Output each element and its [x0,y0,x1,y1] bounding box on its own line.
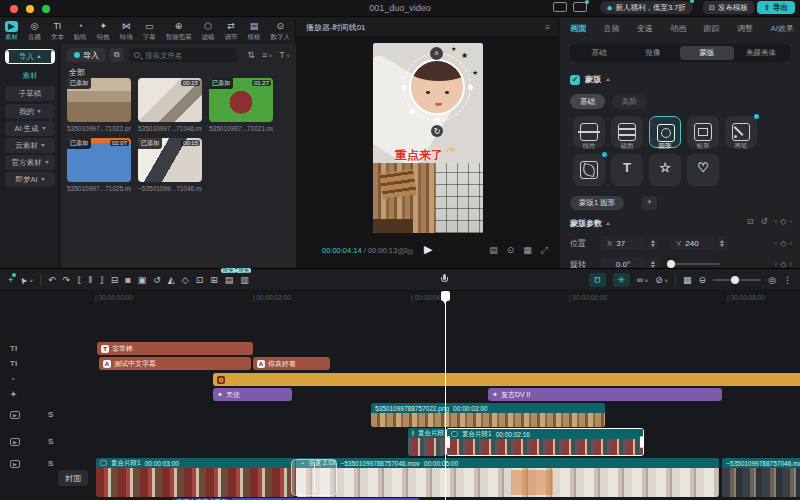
split-left-icon[interactable]: ⟦ [77,276,81,285]
promo-badge[interactable]: ◆ 新人福利，低至3.7折 [600,1,693,14]
ribbon-tab-audio[interactable]: ◎音频 [28,21,41,42]
position-x-field[interactable]: X37 [601,236,645,250]
ribbon-tab-transition[interactable]: ⋈转场 [120,21,133,42]
main-video-clip-2[interactable]: ◔变速 2.0X~53501099788757046.mov00:00:05:0… [296,458,719,497]
ribbon-tab-effects[interactable]: ✦特效 [97,21,110,42]
slider-handle[interactable] [667,260,675,268]
layout-switch-icon[interactable] [573,2,587,12]
record-mic-icon[interactable] [441,274,448,283]
reverse-icon[interactable]: ↺ [153,276,161,285]
ribbon-tab-smart-pack[interactable]: ⊕智能包装 [166,21,192,42]
tab-adjust[interactable]: 调整 [737,23,753,34]
cover-button[interactable]: 封面 [58,470,88,486]
fullscreen-icon[interactable]: ⤢ [541,245,548,256]
pip-image-clip[interactable]: 53501099788757022.png00:00:03:00 [371,403,605,427]
pip-icon[interactable]: ⊞ [210,276,218,285]
extract-icon[interactable]: ▤限免 [225,276,234,285]
nav-sub-draft[interactable]: 子草稿 [5,86,55,101]
undo-icon[interactable]: ↶ [48,276,56,285]
ribbon-tab-digital-human[interactable]: ⊙数字人 [270,21,290,42]
mode-advanced-pill[interactable]: 高阶 [612,94,647,109]
video-preview[interactable]: ★ ★ ★ ★ ★ » ↻ 重点来了 [373,43,483,233]
media-item-3[interactable]: 已添加01:27 535010997...71021.mp4 [209,78,273,132]
media-item-5[interactable]: 已添加00:15 ~53501099...71046.mov [138,138,202,192]
import-button[interactable]: 导入 [67,48,106,62]
compound-clip-small[interactable]: 复合片段1 [408,428,445,456]
subtab-mask[interactable]: 蒙版 [680,46,734,60]
type-filter-icon[interactable]: T ˅ [279,50,290,60]
play-button[interactable]: ▶ [424,243,432,256]
sort-icon[interactable]: ≡ ˅ [262,50,272,60]
x-stepper[interactable] [647,236,658,250]
delete-icon[interactable]: ⊟ [111,276,119,285]
media-item-1[interactable]: 已添加 535010997...71022.png [67,78,131,132]
ribbon-tab-template[interactable]: ▤模板 [248,21,261,42]
mask-shape-leaf[interactable] [573,154,605,186]
resolution-icon[interactable]: ▤ [489,245,498,256]
select-tool-icon[interactable]: ➤ ˅ [20,276,33,285]
subtab-beauty[interactable]: 美颜美体 [734,46,788,60]
text-clip[interactable]: T非常棒 [97,342,253,355]
publish-template-button[interactable]: ⊡ 发布模板 [703,1,754,14]
media-item-4[interactable]: 已添加02:07 535010997...71025.mp3 [67,138,131,192]
freeze-frame-icon[interactable]: ▣ [138,276,147,285]
player-menu-icon[interactable]: ≡ [545,23,550,32]
rotation-slider[interactable] [668,263,720,265]
ribbon-tab-media[interactable]: ▶素材 [5,21,18,42]
collapse-icon[interactable] [606,222,610,225]
rotate-handle-icon[interactable]: ↻ [431,125,443,137]
transition-overlay[interactable] [291,459,337,496]
nav-ai-generate[interactable]: AI 生成 [5,121,55,136]
subtab-basic[interactable]: 基础 [572,46,626,60]
nav-official-material[interactable]: 官方素材 [5,155,55,170]
mask-handle-corner[interactable] [410,109,415,114]
mask-shape-text[interactable]: T [611,154,643,186]
mask-handle-bottom[interactable] [435,118,440,123]
mask-handle-left[interactable] [401,85,406,90]
export-button[interactable]: ⇧ 导出 [757,1,795,14]
frame-step-icon[interactable] [398,249,404,255]
copy-params-icon[interactable]: ⊡ [747,217,754,226]
keyframe-control[interactable]: ‹ ◇ › [775,217,793,226]
ribbon-tab-text[interactable]: TI文本 [51,21,64,42]
add-mask-button[interactable]: + [642,196,657,210]
frame-step-icon[interactable] [407,249,413,255]
relight-icon[interactable]: ▥限免 [240,276,249,285]
nav-jimeng-ai[interactable]: 即梦AI [5,172,55,187]
tab-audio[interactable]: 音频 [603,23,619,34]
reset-icon[interactable]: ↺ [761,217,768,226]
linkage-icon[interactable]: ∞ ˅ [637,276,649,285]
mask-shape-star[interactable]: ☆ [649,154,681,186]
feather-handle-icon[interactable]: » [430,47,443,60]
subtitle-clip[interactable]: A你真好看 [253,357,330,370]
ribbon-tab-captions[interactable]: ▭字幕 [143,21,156,42]
nav-cloud-material[interactable]: 云素材 [5,138,55,153]
compact-player-icon[interactable] [553,2,567,12]
split-right-icon[interactable]: ⟧ [99,276,103,285]
tab-speed[interactable]: 变速 [637,23,653,34]
tab-picture[interactable]: 画面 [570,23,586,34]
focus-icon[interactable]: ⊙ [507,245,515,256]
main-video-clip-1[interactable]: 复合片段100:00:03:00 [96,458,295,497]
keyframe-control[interactable]: ‹ ◇ › [775,239,793,248]
preview-axis-icon[interactable]: ▦ [683,276,692,285]
y-stepper[interactable] [716,236,727,250]
zoom-out-icon[interactable]: ⊖ [699,276,707,285]
mask-tool-icon[interactable]: ◙ [125,276,130,285]
group-all-label[interactable]: 全部 [69,67,85,78]
scan-import-icon[interactable]: ⧉ [109,48,124,62]
solo-icon[interactable]: S [48,460,53,468]
overlap-icon[interactable]: ⊘ ˅ [655,276,668,285]
effect-clip[interactable]: ✦复古DV II [488,388,722,401]
rotate-icon[interactable]: ◇ [182,276,189,285]
filter-icon[interactable]: ⇅ [247,50,255,60]
mask-shape-heart[interactable]: ♡ [687,154,719,186]
mirror-icon[interactable]: ◭ [168,276,175,285]
compound-clip-selected[interactable]: 复合片段100:00:02:16 [446,428,644,456]
playhead[interactable] [445,291,446,500]
sticker-clip[interactable]: ✿ [213,373,800,386]
ribbon-tab-adjust[interactable]: ⇄调节 [225,21,238,42]
ribbon-tab-filters[interactable]: ⬡滤镜 [202,21,215,42]
solo-icon[interactable]: S [48,438,53,446]
more-options-icon[interactable]: ⋮ [783,276,792,285]
